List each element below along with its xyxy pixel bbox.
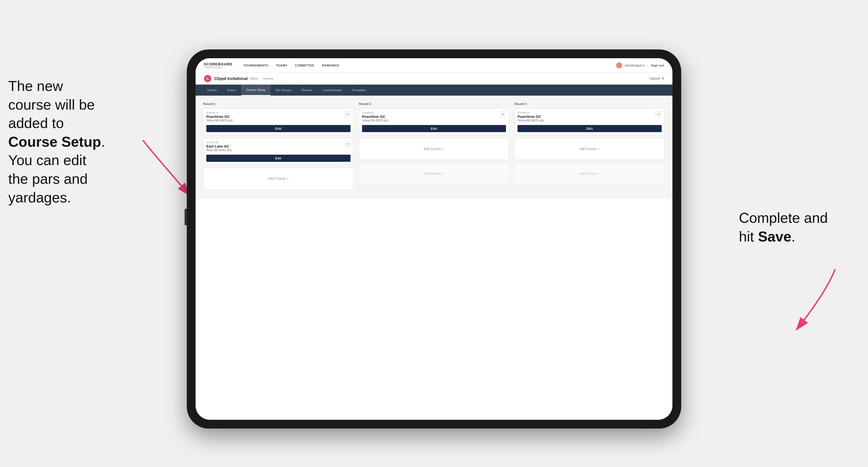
tablet-screen: SCOREBOARD Powered by clippd TOURNAMENTS… (195, 58, 673, 420)
sign-out-link[interactable]: Sign out (651, 64, 664, 67)
delete-r1-a-button[interactable]: ⊟ (344, 111, 350, 117)
annotation-right: Complete and hit Save. (739, 209, 854, 246)
round-3-label: Round 3 (515, 102, 665, 105)
tab-teams[interactable]: Teams (222, 85, 241, 96)
nav-link-teams[interactable]: TEAMS (276, 64, 287, 67)
sub-header-right: Cancel ✕ (650, 76, 664, 81)
tab-printables[interactable]: Printables (347, 85, 371, 96)
top-nav: SCOREBOARD Powered by clippd TOURNAMENTS… (195, 58, 673, 72)
round-3-section: Round 3 (Course A) Peachtree GC Yellow (… (515, 102, 665, 192)
add-course-r3-disabled: Add Course + (515, 163, 665, 185)
annotation-left: The new course will be added to Course S… (8, 77, 146, 207)
course-card-r1-a: (Course A) Peachtree GC Yellow (M) (6629… (203, 108, 353, 135)
arrow-right (764, 264, 846, 341)
main-content: Round 1 (Course A) Peachtree GC Yellow (… (195, 96, 673, 199)
round-1-section: Round 1 (Course A) Peachtree GC Yellow (… (203, 102, 353, 192)
course-card-r2-a: (Course A) Peachtree GC Yellow (M) (6629… (359, 108, 509, 135)
add-course-r2-button[interactable]: Add Course + (359, 138, 509, 160)
add-course-r1-button[interactable]: Add Course + (203, 167, 353, 190)
tab-results[interactable]: Results (297, 85, 317, 96)
edit-r1-b-button[interactable]: Edit (206, 155, 350, 162)
edit-r3-a-button[interactable]: Edit (518, 125, 662, 132)
cancel-x-button[interactable]: ✕ (661, 76, 664, 81)
round-2-label: Round 2 (359, 102, 509, 105)
tab-details[interactable]: Details (202, 85, 222, 96)
course-card-r1-b: (Course B) East Lake GC Black (M) (6891 … (203, 138, 353, 165)
course-card-r3-a: (Course A) Peachtree GC Yellow (M) (6629… (515, 108, 665, 135)
edit-r2-a-button[interactable]: Edit (362, 125, 506, 132)
tablet-side-button (185, 209, 187, 225)
round-2-section: Round 2 (Course A) Peachtree GC Yellow (… (359, 102, 509, 192)
rounds-container: Round 1 (Course A) Peachtree GC Yellow (… (203, 102, 665, 192)
nav-link-committee[interactable]: COMMITTEE (295, 64, 314, 67)
round-1-label: Round 1 (203, 102, 353, 105)
delete-r3-a-button[interactable]: ⊟ (656, 111, 662, 117)
sub-header: C Clippd Invitational (Men) Hosting Canc… (195, 72, 673, 85)
tab-tee-groups[interactable]: Tee Groups (271, 85, 297, 96)
tab-leaderboards[interactable]: Leaderboards (317, 85, 347, 96)
nav-link-tournaments[interactable]: TOURNAMENTS (243, 64, 268, 67)
tablet-frame: SCOREBOARD Powered by clippd TOURNAMENTS… (187, 50, 681, 429)
nav-links: TOURNAMENTS TEAMS COMMITTEE RANKINGS (243, 64, 616, 67)
avatar (616, 62, 622, 68)
delete-r2-a-button[interactable]: ⊟ (500, 111, 506, 117)
edit-r1-a-button[interactable]: Edit (206, 125, 350, 132)
svg-text:C: C (206, 76, 209, 81)
tournament-logo: C (204, 75, 212, 83)
tab-course-setup[interactable]: Course Setup (241, 85, 271, 96)
tab-bar: Details Teams Course Setup Tee Groups Re… (195, 85, 673, 96)
cancel-label[interactable]: Cancel (650, 76, 660, 81)
nav-right: blair@clippd.io | Sign out (616, 62, 664, 68)
nav-link-rankings[interactable]: RANKINGS (322, 64, 339, 67)
nav-brand: SCOREBOARD Powered by clippd (204, 62, 232, 69)
delete-r1-b-button[interactable]: ⊟ (344, 141, 350, 147)
add-course-r3-button[interactable]: Add Course + (515, 138, 665, 160)
add-course-r2-disabled: Add Course + (359, 163, 509, 185)
